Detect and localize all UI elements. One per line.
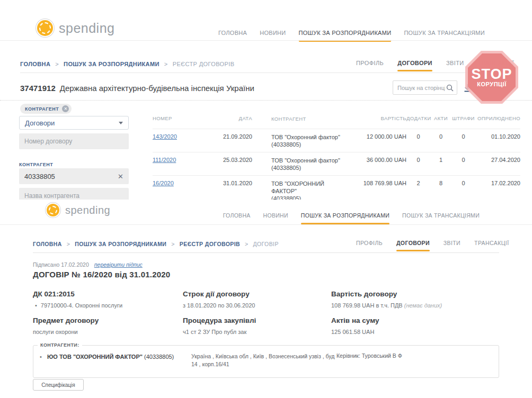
contract-detail-screen: spending ГОЛОВНА НОВИНИ ПОШУК ЗА РОЗПОРЯ… (0, 200, 532, 398)
header-divider (0, 224, 532, 225)
col-published: ОПРИЛЮДНЕНО (475, 115, 520, 121)
contract-link[interactable]: 111/2020 (153, 157, 176, 163)
breadcrumb: ГОЛОВНА ПОШУК ЗА РОЗПОРЯДНИКАМИ РЕЄСТР Д… (20, 61, 235, 67)
col-amount: ВАРТІСТЬ (361, 115, 406, 121)
contractor-address: Україна , Київська обл , Київ , Вознесен… (191, 352, 340, 368)
spending-logo-icon (47, 204, 59, 216)
contragent-code-input[interactable] (24, 173, 114, 180)
col-date: ДАТА (189, 115, 252, 121)
table-row: 111/2020 25.03.2020 ТОВ "Охоронний факто… (153, 152, 520, 175)
stop-corruption-stamp: STOP КОРУПЦІЇ (465, 51, 518, 104)
chevron-down-icon (119, 122, 123, 124)
breadcrumb-contracts-registry[interactable]: РЕЄСТР ДОГОВОРІВ (180, 241, 249, 247)
col-addenda: ДОДАТКИ (406, 115, 430, 121)
tab-reports[interactable]: ЗВІТИ (444, 240, 460, 251)
org-name: Державна архітектурно-будівельна інспекц… (60, 84, 254, 93)
page-title: 37471912Державна архітектурно-будівельна… (20, 84, 254, 93)
cell-published: 27.04.2020 (475, 157, 520, 163)
spending-logo[interactable]: spending (37, 20, 114, 36)
doc-type-value: Договори (25, 119, 55, 127)
breadcrumb-divider (33, 252, 499, 253)
contract-number-input[interactable] (19, 133, 129, 149)
cell-published: 01.10.2020 (475, 133, 520, 140)
cell-amount: 36 000.00 UAH (361, 157, 406, 163)
cell-acts: 8 (430, 180, 451, 186)
breadcrumb-contract: ДОГОВІР (253, 241, 279, 247)
spending-logo-text: spending (59, 21, 114, 36)
page: spending ГОЛОВНА НОВИНИ ПОШУК ЗА РОЗПОРЯ… (0, 0, 532, 398)
tab-transactions[interactable]: ТРАНСАКЦІЇ (474, 240, 509, 251)
contracts-table: НОМЕР ДАТА КОНТРАГЕНТ ВАРТІСТЬ ДОДАТКИ А… (153, 115, 520, 206)
nav-search-by-spenders[interactable]: ПОШУК ЗА РОЗПОРЯДНИКАМИ (301, 212, 389, 224)
contract-title: ДОГОВІР № 16/2020 від 31.01.2020 (33, 270, 170, 279)
detail-subject: Предмет договору послуги охорони (33, 316, 176, 336)
contracts-list-screen: spending ГОЛОВНА НОВИНИ ПОШУК ЗА РОЗПОРЯ… (0, 0, 532, 200)
contractor-head: Керівник: Туровський В Ф (336, 352, 402, 359)
contractors-legend: КОНТРАГЕНТИ: (38, 342, 82, 348)
tab-reports[interactable]: ЗВІТИ (446, 60, 464, 71)
col-number: НОМЕР (153, 115, 189, 121)
cell-date: 21.09.2020 (189, 133, 252, 140)
search-icon[interactable] (446, 84, 454, 92)
chip-close-icon[interactable]: ✕ (62, 105, 69, 112)
cell-addenda: 2 (406, 180, 430, 186)
contract-link[interactable]: 143/2020 (153, 133, 177, 140)
entity-tabs: ПРОФІЛЬ ДОГОВОРИ ЗВІТИ ТРАНСАКЦІЇ (356, 240, 509, 251)
cell-date: 31.01.2020 (189, 180, 252, 186)
nav-home[interactable]: ГОЛОВНА (223, 212, 251, 224)
contract-link[interactable]: 16/2020 (153, 180, 174, 186)
page-search-input[interactable] (393, 85, 446, 91)
spending-logo-icon (37, 20, 53, 36)
cell-addenda: 0 (406, 157, 430, 163)
detail-term: Строк дії договору з 18.01.2020 по 30.06… (183, 290, 326, 309)
filter-chip-label: КОНТРАГЕНТ (25, 106, 59, 112)
cell-addenda: 0 (406, 133, 430, 140)
page-search (393, 80, 457, 95)
cell-contragent: ТОВ "Охоронний фактор" (40338805) (252, 157, 361, 171)
header-divider (0, 40, 532, 41)
breadcrumb-search-by-spenders[interactable]: ПОШУК ЗА РОЗПОРЯДНИКАМИ (64, 61, 168, 67)
cell-fines: 0 (451, 133, 475, 140)
contractors-box: КОНТРАГЕНТИ: ЮО ТОВ "ОХОРОННИЙ ФАКТОР" (… (33, 345, 499, 378)
cell-amount: 108 769.98 UAH (337, 180, 406, 186)
specification-button[interactable]: Специфікація (33, 379, 84, 391)
signed-text: Підписано 17.02.2020 (33, 261, 89, 268)
col-contragent: КОНТРАГЕНТ (252, 115, 361, 123)
breadcrumb-contracts-registry: РЕЄСТР ДОГОВОРІВ (173, 61, 235, 67)
breadcrumb: ГОЛОВНА ПОШУК ЗА РОЗПОРЯДНИКАМИ РЕЄСТР Д… (33, 241, 279, 247)
org-code: 37471912 (20, 84, 56, 93)
nav-search-by-transactions[interactable]: ПОШУК ЗА ТРАНСАКЦІЯМИ (402, 212, 480, 224)
nav-news[interactable]: НОВИНИ (263, 212, 288, 224)
clear-icon[interactable]: ✕ (114, 173, 123, 180)
tab-profile[interactable]: ПРОФІЛЬ (356, 60, 384, 71)
contragent-code-field: ✕ (19, 168, 129, 184)
spending-logo[interactable]: spending (47, 204, 110, 216)
cell-date: 25.03.2020 (189, 157, 252, 163)
spending-logo-text: spending (65, 204, 110, 216)
doc-type-dropdown[interactable]: Договори (19, 116, 129, 130)
cell-acts: 0 (430, 133, 451, 140)
no-data-note: (немає даних) (404, 302, 442, 309)
signed-line: Підписано 17.02.2020перевірити підпис (33, 261, 143, 268)
contractor-name[interactable]: ЮО ТОВ "ОХОРОННИЙ ФАКТОР" (40338805) (38, 354, 174, 360)
cell-fines: 0 (451, 180, 475, 186)
tab-contracts[interactable]: ДОГОВОРИ (397, 60, 432, 71)
cell-contragent: ТОВ "Охоронний фактор" (40338805) (252, 133, 361, 148)
col-acts: АКТИ (430, 115, 451, 121)
tab-profile[interactable]: ПРОФІЛЬ (356, 240, 383, 251)
filter-chip-contragent[interactable]: КОНТРАГЕНТ ✕ (20, 104, 72, 114)
cell-amount: 12 000.00 UAH (361, 133, 406, 140)
contragent-label: КОНТРАГЕНТ (19, 162, 53, 167)
stop-corruption-stamp-inner: STOP КОРУПЦІЇ (468, 53, 516, 101)
col-fines: ШТРАФИ (451, 115, 475, 121)
detail-amount: Вартість договору 108 769.98 UAH в т.ч. … (331, 290, 501, 309)
cell-acts: 1 (430, 157, 451, 163)
table-header-row: НОМЕР ДАТА КОНТРАГЕНТ ВАРТІСТЬ ДОДАТКИ А… (153, 115, 520, 129)
detail-dk021: ДК 021:2015 79710000-4. Охоронні послуги (33, 290, 176, 309)
verify-signature-link[interactable]: перевірити підпис (94, 261, 143, 268)
tab-contracts[interactable]: ДОГОВОРИ (396, 240, 430, 251)
breadcrumb-home[interactable]: ГОЛОВНА (33, 241, 70, 247)
breadcrumb-search-by-spenders[interactable]: ПОШУК ЗА РОЗПОРЯДНИКАМИ (75, 241, 174, 247)
breadcrumb-home[interactable]: ГОЛОВНА (20, 61, 59, 67)
cell-fines: 0 (451, 157, 475, 163)
